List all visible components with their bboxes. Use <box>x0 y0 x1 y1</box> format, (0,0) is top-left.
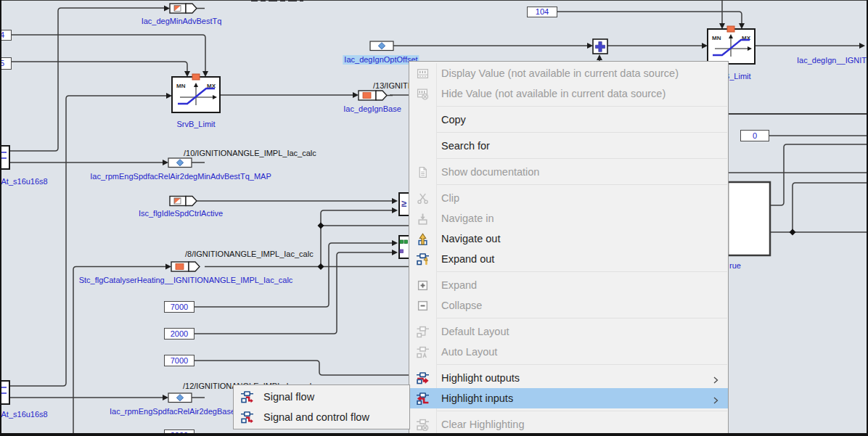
menu-separator <box>409 362 728 368</box>
source-port-isc-flgidlespdctrlactive[interactable] <box>170 197 205 206</box>
menu-item-label: Signal flow <box>263 391 314 403</box>
srvb-limit-block-1[interactable]: MN MX <box>172 74 220 112</box>
sum-block[interactable] <box>593 39 607 54</box>
submenu-chevron-icon <box>712 397 719 404</box>
wire-2000-to-block <box>195 252 392 334</box>
menu-item-show-documentation[interactable]: Show documentation <box>409 162 728 182</box>
menu-item-label: Copy <box>441 114 466 126</box>
label-srvb-limit-1[interactable]: SrvB_Limit <box>176 120 215 129</box>
menu-item-signal-and-control-flow[interactable]: Signal and control flow <box>234 407 409 427</box>
navigate-out-icon <box>417 233 429 245</box>
context-menu: Display Value (not available in current … <box>409 61 729 436</box>
const-0[interactable]: 0 <box>740 130 769 141</box>
auto-layout-icon <box>415 345 430 359</box>
auto-layout-icon <box>417 346 429 358</box>
breakpoint-marker <box>192 74 200 80</box>
orange-marker <box>176 264 184 270</box>
menu-item-expand-out[interactable]: Expand out <box>409 249 728 269</box>
menu-item-display-value[interactable]: Display Value (not available in current … <box>409 63 728 83</box>
menu-separator <box>409 130 728 136</box>
menu-separator <box>409 182 728 188</box>
wire-block2-to-srvb-input <box>9 96 166 386</box>
hide-value-icon <box>415 86 430 101</box>
menu-item-auto-layout[interactable]: Auto Layout <box>409 342 728 362</box>
label-stc-flgcatalyserheating[interactable]: Stc_flgCatalyserHeating__IGNITIONANGLE_I… <box>79 276 293 285</box>
menu-item-label: Signal and control flow <box>263 411 369 423</box>
port-path10-iac-rpm-map[interactable] <box>168 158 205 168</box>
menu-item-label: Navigate in <box>441 213 494 224</box>
const-2000[interactable]: 2000 <box>164 328 195 340</box>
window-frame-bottom <box>0 433 868 436</box>
menu-item-navigate-out[interactable]: Navigate out <box>409 229 728 249</box>
label-cat-s16u16s8-1[interactable]: cAt_s16u16s8 <box>0 177 48 186</box>
label-iac-degignbase[interactable]: Iac_degIgnBase <box>343 104 401 114</box>
menu-separator <box>409 104 728 110</box>
menu-separator <box>409 316 728 321</box>
show-documentation-icon <box>415 165 430 179</box>
port-iac-degignoptoffset[interactable] <box>370 41 393 51</box>
submenu-arrow-icon <box>712 374 719 382</box>
expand-icon <box>415 278 430 292</box>
green-port-marker <box>400 240 404 244</box>
menu-item-label: Navigate out <box>441 233 500 244</box>
menu-item-expand[interactable]: Expand <box>409 275 728 295</box>
display-value-icon <box>415 66 430 81</box>
const-7000-b[interactable]: 7000 <box>164 355 195 366</box>
menu-item-label: Highlight inputs <box>441 392 513 404</box>
purple-port-marker <box>400 250 404 253</box>
port-path12-iac-rpm-degbase-map[interactable] <box>168 393 205 403</box>
label-path-10[interactable]: /10/IGNITIONANGLE_IMPL_Iac_calc <box>184 149 316 158</box>
submenu-arrow-icon <box>712 395 719 402</box>
label-iac-degminadvbesttq[interactable]: Iac_degMinAdvBestTq <box>142 17 222 26</box>
outport-iac-degminadvbesttq[interactable] <box>170 4 205 13</box>
signal-flow-icon <box>241 391 253 403</box>
menu-item-label: Highlight outputs <box>441 372 520 384</box>
navigate-in-icon <box>417 213 429 225</box>
clip-icon <box>415 191 430 205</box>
menu-item-clear-highlighting[interactable]: Clear Highlighting <box>409 414 728 435</box>
menu-item-label: Default Layout <box>441 326 509 337</box>
default-layout-icon <box>415 324 430 339</box>
menu-item-collapse[interactable]: Collapse <box>409 295 728 316</box>
menu-item-default-layout[interactable]: Default Layout <box>409 321 728 342</box>
menu-item-copy[interactable]: Copy <box>409 110 728 130</box>
menu-item-highlight-outputs[interactable]: Highlight outputs <box>409 368 728 388</box>
menu-separator <box>409 408 728 414</box>
label-isc-flgidlespdctrlactive[interactable]: Isc_flgIdleSpdCtrlActive <box>139 209 223 218</box>
label-cat-s16u16s8-2[interactable]: cAt_s16u16s8 <box>0 410 48 419</box>
menu-item-search-for[interactable]: Search for <box>409 136 728 156</box>
limit-min-label: MN <box>176 83 186 89</box>
default-layout-icon <box>417 326 429 338</box>
menu-item-hide-value[interactable]: Hide Value (not available in current dat… <box>409 83 728 104</box>
const-104[interactable]: 104 <box>527 7 557 17</box>
const-5[interactable]: 5 <box>0 57 12 70</box>
srvb-limit-block-2[interactable]: MN MX <box>708 26 755 64</box>
clip-icon <box>417 192 429 205</box>
hide-value-icon <box>417 88 429 100</box>
collapse-icon <box>415 298 430 313</box>
label-iac-degign-ignit[interactable]: Iac_degIgn__IGNIT <box>797 56 867 65</box>
window-frame-left <box>0 0 1 436</box>
menu-separator <box>409 269 728 275</box>
outport-path13-iac-degignbase[interactable] <box>359 91 393 100</box>
menu-item-clip[interactable]: Clip <box>409 188 728 208</box>
expand-icon <box>417 279 429 292</box>
menu-item-label: Expand out <box>441 253 494 265</box>
label-iac-degignoptoffset[interactable]: Iac_degIgnOptOffset <box>343 55 419 65</box>
highlight-outputs-icon <box>415 371 430 385</box>
label-path-8[interactable]: /8/IGNITIONANGLE_IMPL_Iac_calc <box>185 250 314 259</box>
menu-item-navigate-in[interactable]: Navigate in <box>409 208 728 229</box>
subsystem-block-bottom-right[interactable] <box>728 182 770 255</box>
menu-item-highlight-inputs[interactable]: Highlight inputs <box>409 388 728 408</box>
highlight-inputs-icon <box>415 391 430 406</box>
highlight-inputs-icon <box>417 392 429 405</box>
outport-path8-stc-flgcatalyserheating[interactable] <box>171 262 200 271</box>
const-7000-a[interactable]: 7000 <box>164 301 195 313</box>
wire-7000b-right <box>195 361 409 375</box>
label-true-fragment[interactable]: rue <box>729 261 741 271</box>
show-documentation-icon <box>417 166 429 178</box>
label-iac-rpm-minadvbesttq-map[interactable]: Iac_rpmEngSpdfacRelAir2degMinAdvBestTq_M… <box>90 172 271 181</box>
highlight-outputs-icon <box>417 372 429 384</box>
const-4[interactable]: 4 <box>0 30 12 41</box>
menu-item-signal-flow[interactable]: Signal flow <box>234 387 409 407</box>
